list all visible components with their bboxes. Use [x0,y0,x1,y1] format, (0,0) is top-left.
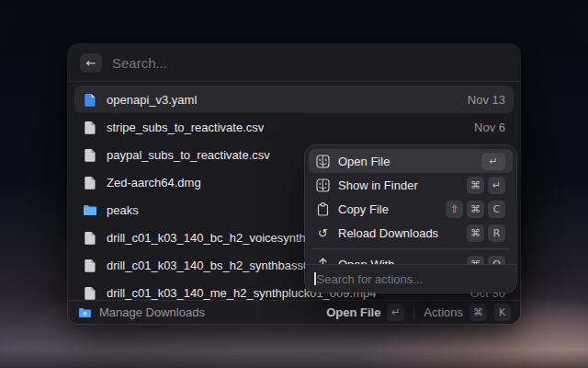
return-keycap: ↵ [387,304,404,321]
actions-button[interactable]: Actions [424,305,463,319]
menu-item-label: Show in Finder [338,178,418,192]
keycap: ↵ [481,153,505,170]
search-input[interactable]: Search... [112,55,167,71]
document-icon-glyph [84,148,96,162]
menu-item-label: Reload Downloads [338,226,438,240]
actions-search-input[interactable]: Search for actions... [305,264,516,293]
finder-icon [316,155,330,168]
keycap: O [488,256,505,265]
file-name: stripe_subs_to_reactivate.csv [107,121,264,134]
document-icon [83,120,97,134]
cmd-keycap: ⌘ [469,304,487,321]
arrow-up-icon-glyph [317,258,329,265]
finder-icon-glyph [316,178,330,192]
actions-menu-items: Open File ↵ Show in Finder ⌘↵ Copy File … [305,145,516,264]
menu-item-label: Copy File [338,202,389,216]
menu-item[interactable]: Open File ↵ [309,149,513,173]
document-icon-glyph [84,176,96,190]
document-icon [83,175,97,190]
file-date: Nov 6 [474,121,505,134]
document-icon [83,92,97,107]
clipboard-icon [316,202,330,216]
finder-icon-glyph [316,155,330,168]
document-icon-glyph [84,93,96,107]
open-with-icon [316,258,330,265]
menu-item[interactable]: Open With... ⌘O [309,252,513,264]
menu-separator [311,248,510,249]
file-name: paypal_subs_to_reactivate.csv [107,148,270,162]
document-icon-glyph [84,231,96,245]
document-icon-glyph [84,286,96,300]
menu-item-shortcut: ↵ [481,153,505,170]
menu-item-label: Open With... [338,258,404,265]
keycap: ↵ [488,177,505,194]
menu-item-shortcut: ⌘↵ [467,177,505,194]
back-arrow-icon: ← [86,57,96,69]
divider [413,306,414,318]
document-icon-glyph [84,259,96,272]
folder-icon [83,202,97,217]
document-icon [83,285,97,300]
reload-icon: ↺ [316,226,330,240]
document-icon [83,147,97,162]
clipboard-icon-glyph [317,202,329,216]
menu-item-label: Open File [338,155,390,168]
file-row[interactable]: openapi_v3.yaml Nov 13 [74,86,514,113]
menu-item[interactable]: Show in Finder ⌘↵ [309,173,513,197]
keycap: R [488,224,505,242]
menu-item-shortcut: ⌘O [467,256,505,265]
manage-downloads-icon [77,305,92,320]
file-name: openapi_v3.yaml [107,93,197,107]
keycap: C [488,201,505,218]
keycap: ⌘ [467,177,484,194]
back-button[interactable]: ← [80,53,102,73]
file-date: Nov 13 [468,93,505,107]
text-caret [314,272,316,285]
document-icon-glyph [84,121,96,134]
document-icon [83,230,97,245]
menu-item[interactable]: Copy File ⇧⌘C [309,197,513,221]
finder-icon [316,178,330,192]
menu-item-shortcut: ⌘R [467,224,505,242]
k-keycap: K [493,304,511,321]
primary-action-label[interactable]: Open File [326,305,380,319]
keycap: ⌘ [467,201,484,218]
keycap: ⌘ [467,256,484,265]
file-name: Zed-aarch64.dmg [107,176,201,190]
menu-item[interactable]: ↺ Reload Downloads ⌘R [309,221,513,245]
command-title: Manage Downloads [99,305,205,319]
search-bar: ← Search... [68,44,520,82]
actions-menu: Open File ↵ Show in Finder ⌘↵ Copy File … [305,145,516,293]
keycap: ⌘ [467,224,484,242]
actions-search-placeholder: Search for actions... [317,272,424,286]
document-icon [83,258,97,272]
file-row[interactable]: stripe_subs_to_reactivate.csv Nov 6 [74,113,514,141]
status-bar: Manage Downloads Open File ↵ Actions ⌘ K [68,300,520,324]
folder-icon-glyph [83,204,97,216]
file-name: peaks [107,203,139,217]
menu-item-shortcut: ⇧⌘C [446,201,505,218]
keycap: ⇧ [446,201,463,218]
